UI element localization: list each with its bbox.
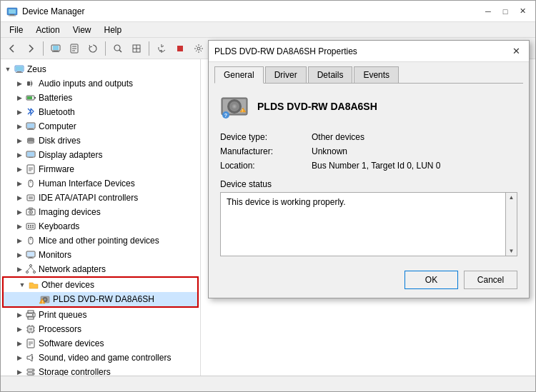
tree-keyboards[interactable]: ▶ Keyboards	[1, 219, 200, 233]
bluetooth-expand-icon[interactable]: ▶	[14, 106, 25, 118]
computer-expand-icon[interactable]: ▶	[14, 121, 25, 132]
tree-other-devices[interactable]: ▼ Other devices	[4, 278, 197, 292]
svg-point-96	[32, 373, 34, 375]
tree-root[interactable]: ▼ Zeus	[1, 62, 200, 76]
scroll-down-arrow[interactable]: ▼	[509, 248, 515, 254]
tree-mice[interactable]: ▶ Mice and other pointing devices	[1, 233, 200, 248]
print-label: Print queues	[39, 310, 86, 320]
sound-expand-icon[interactable]: ▶	[14, 352, 25, 363]
toolbar-stop[interactable]	[172, 40, 189, 57]
print-expand-icon[interactable]: ▶	[14, 309, 25, 321]
tree-software[interactable]: ▶ Software devices	[1, 336, 200, 351]
keyboards-expand-icon[interactable]: ▶	[14, 221, 25, 232]
tree-print[interactable]: ▶ Print queues	[1, 308, 200, 322]
ok-button[interactable]: OK	[405, 271, 458, 289]
tab-events[interactable]: Events	[354, 66, 399, 83]
main-window: Device Manager ─ □ ✕ File Action View He…	[0, 0, 536, 392]
software-label: Software devices	[39, 338, 104, 348]
tab-general[interactable]: General	[214, 66, 264, 84]
computer-label: Computer	[39, 121, 76, 131]
software-expand-icon[interactable]: ▶	[14, 338, 25, 349]
device-status-section: Device status This device is working pro…	[220, 179, 517, 256]
tree-storage[interactable]: ▶ Storage controllers	[1, 365, 200, 376]
tree-disk[interactable]: ▶ Disk drives	[1, 134, 200, 148]
tree-plds-device[interactable]: ▶ ! PLDS DVD-RW DA8A6SH	[4, 292, 197, 306]
monitors-label: Monitors	[39, 250, 71, 260]
network-label: Network adapters	[39, 264, 106, 274]
batteries-expand-icon[interactable]: ▶	[14, 92, 25, 104]
location-value: Bus Number 1, Target Id 0, LUN 0	[312, 161, 517, 171]
manufacturer-label: Manufacturer:	[220, 146, 306, 156]
tree-display[interactable]: ▶ Display adapters	[1, 148, 200, 162]
display-expand-icon[interactable]: ▶	[14, 149, 25, 161]
cancel-button[interactable]: Cancel	[464, 271, 517, 289]
svg-rect-51	[26, 223, 35, 229]
imaging-expand-icon[interactable]: ▶	[14, 206, 25, 218]
dialog-close-button[interactable]: ✕	[509, 44, 523, 59]
toolbar-search[interactable]	[109, 40, 126, 57]
svg-line-67	[27, 267, 31, 271]
menu-file[interactable]: File	[4, 24, 29, 36]
disk-expand-icon[interactable]: ▶	[14, 135, 25, 146]
toolbar-refresh[interactable]	[84, 40, 101, 57]
tree-firmware[interactable]: ▶ Firmware	[1, 162, 200, 176]
dialog-buttons: OK Cancel	[209, 265, 529, 298]
hid-expand-icon[interactable]: ▶	[14, 178, 25, 189]
toolbar-properties[interactable]	[66, 40, 83, 57]
svg-line-13	[119, 50, 121, 52]
device-props: Device type: Other devices Manufacturer:…	[220, 132, 517, 171]
close-button[interactable]: ✕	[515, 4, 530, 19]
tree-network[interactable]: ▶ Network adapters	[1, 262, 200, 276]
svg-point-49	[30, 211, 31, 213]
status-box-wrapper: This device is working properly. ▲ ▼	[220, 192, 517, 256]
sound-icon	[25, 352, 36, 363]
tree-ide[interactable]: ▶ IDE ATA/ATAPI controllers	[1, 191, 200, 205]
toolbar-back[interactable]	[4, 40, 21, 57]
tree-audio[interactable]: ▶ Audio inputs and outputs	[1, 76, 200, 91]
toolbar-sep-3	[149, 41, 149, 56]
device-name-label: PLDS DVD-RW DA8A6SH	[257, 101, 377, 112]
scroll-up-arrow[interactable]: ▲	[509, 194, 515, 201]
toolbar-scan[interactable]	[128, 40, 145, 57]
root-expand-icon[interactable]: ▼	[2, 64, 14, 75]
processors-expand-icon[interactable]: ▶	[14, 323, 25, 335]
status-scrollbar[interactable]: ▲ ▼	[506, 192, 517, 256]
tree-batteries[interactable]: ▶ Batteries	[1, 91, 200, 105]
tree-sound[interactable]: ▶ Sound, video and game controllers	[1, 351, 200, 365]
root-label: Zeus	[27, 64, 46, 74]
menu-bar: File Action View Help	[1, 22, 535, 38]
menu-view[interactable]: View	[67, 24, 97, 36]
toolbar-settings[interactable]	[190, 40, 207, 57]
status-section-label: Device status	[220, 179, 517, 189]
dialog-title: PLDS DVD-RW DA8A6SH Properties	[214, 46, 357, 56]
audio-icon	[25, 78, 36, 89]
tree-monitors[interactable]: ▶ Monitors	[1, 248, 200, 262]
maximize-button[interactable]: □	[498, 4, 512, 19]
other-expand-icon[interactable]: ▼	[16, 279, 28, 291]
tab-driver[interactable]: Driver	[265, 66, 307, 83]
audio-expand-icon[interactable]: ▶	[14, 78, 25, 89]
ide-expand-icon[interactable]: ▶	[14, 192, 25, 203]
tree-processors[interactable]: ▶ Processors	[1, 322, 200, 336]
firmware-expand-icon[interactable]: ▶	[14, 164, 25, 175]
mice-expand-icon[interactable]: ▶	[14, 235, 25, 246]
menu-help[interactable]: Help	[99, 24, 128, 36]
minimize-button[interactable]: ─	[481, 4, 495, 19]
status-text-area: This device is working properly.	[220, 192, 506, 256]
storage-expand-icon[interactable]: ▶	[14, 366, 25, 376]
toolbar-sep-2	[105, 41, 106, 56]
toolbar-update[interactable]	[153, 40, 170, 57]
tree-hid[interactable]: ▶ Human Interface Devices	[1, 176, 200, 191]
toolbar-forward[interactable]	[22, 40, 39, 57]
tree-imaging[interactable]: ▶ Imaging devices	[1, 205, 200, 219]
monitors-expand-icon[interactable]: ▶	[14, 249, 25, 261]
menu-action[interactable]: Action	[30, 24, 65, 36]
tree-bluetooth[interactable]: ▶ Bluetooth	[1, 105, 200, 119]
network-expand-icon[interactable]: ▶	[14, 263, 25, 275]
device-header: ! ? PLDS DVD-RW DA8A6SH	[220, 92, 517, 121]
svg-rect-38	[29, 157, 33, 158]
ide-label: IDE ATA/ATAPI controllers	[39, 193, 138, 203]
tab-details[interactable]: Details	[308, 66, 353, 83]
tree-computer[interactable]: ▶ Computer	[1, 119, 200, 134]
toolbar-computer[interactable]	[47, 40, 64, 57]
